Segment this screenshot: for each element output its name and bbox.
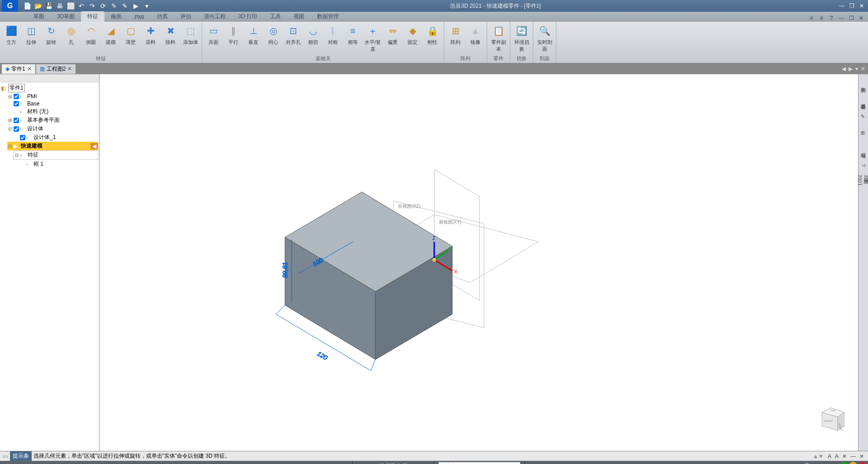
doctab-list-icon[interactable]: ▾ bbox=[854, 66, 859, 72]
view-cube[interactable]: TOP FRONT RIGHT bbox=[813, 406, 844, 437]
ribbon-btn-相等[interactable]: ≡相等 bbox=[343, 24, 362, 54]
maximize-button[interactable]: ❐ bbox=[847, 2, 856, 10]
ribbon-btn-实时剖面[interactable]: 🔍实时剖面 bbox=[535, 24, 554, 54]
status-icon-1[interactable]: ⊞ bbox=[795, 462, 803, 464]
ribbon-btn-除料[interactable]: ✖除料 bbox=[161, 24, 180, 54]
ribbon-btn-零件副本[interactable]: 📋零件副本 bbox=[489, 24, 508, 54]
tree-node-1[interactable]: ▫Base bbox=[7, 100, 98, 107]
status-ball-red[interactable] bbox=[858, 462, 866, 464]
tree-node-6[interactable]: ⊟▶快速建模◀ bbox=[7, 142, 98, 150]
tree-expander-icon[interactable]: ⊟ bbox=[14, 153, 19, 158]
mdi-max-icon[interactable]: ❐ bbox=[847, 14, 855, 22]
tab-data[interactable]: 数据管理 bbox=[311, 11, 345, 22]
ribbon-btn-孔[interactable]: ◎孔 bbox=[62, 24, 81, 54]
ribbon-opt1-icon[interactable]: ≡ bbox=[807, 14, 816, 22]
tree-node-8[interactable]: ▫框 1 bbox=[20, 160, 98, 168]
tree-node-4[interactable]: ⊟▫设计体 bbox=[7, 124, 98, 133]
status-icon-0[interactable]: ↪ bbox=[786, 462, 794, 464]
tree-node-0[interactable]: ⊞▫PMI bbox=[7, 93, 98, 100]
qat-redo-icon[interactable]: ↷ bbox=[88, 1, 97, 10]
minimize-button[interactable]: — bbox=[837, 2, 846, 10]
help-icon[interactable]: ? bbox=[827, 14, 835, 22]
tab-tools[interactable]: 工具 bbox=[264, 11, 287, 22]
app-logo[interactable]: G bbox=[2, 0, 18, 12]
close-button[interactable]: ✕ bbox=[857, 2, 866, 10]
doctab-close-icon[interactable]: ✕ bbox=[67, 66, 72, 72]
tab-3dsketch[interactable]: 3D草图 bbox=[51, 11, 81, 22]
ribbon-btn-相切[interactable]: ◡相切 bbox=[304, 24, 323, 54]
3d-viewport[interactable]: 前视图(XZ) 俯视图(XY) 右视图(YZ) 120 100 bbox=[100, 74, 858, 451]
prompt-scroll-icon[interactable]: ▲▼ bbox=[810, 453, 826, 459]
ribbon-opt2-icon[interactable]: ≡ bbox=[817, 14, 825, 22]
ribbon-btn-垂直[interactable]: ⊥垂直 bbox=[244, 24, 263, 54]
prompt-a-icon[interactable]: A bbox=[826, 453, 833, 459]
ribbon-btn-拉伸[interactable]: ◫拉伸 bbox=[22, 24, 41, 54]
qat-print-icon[interactable]: 🖶 bbox=[55, 1, 64, 10]
status-icon-3[interactable]: ⊡ bbox=[813, 462, 821, 464]
qat-new-icon[interactable]: 📄 bbox=[23, 1, 32, 10]
qat-sketch1-icon[interactable]: ✎ bbox=[109, 1, 119, 10]
tree-checkbox[interactable] bbox=[20, 135, 25, 140]
tab-evaluate[interactable]: 评估 bbox=[174, 11, 198, 22]
sidetool-help-icon[interactable]: ? bbox=[859, 158, 868, 172]
qat-sketch2-icon[interactable]: ✎ bbox=[120, 1, 129, 10]
tab-surface[interactable]: 曲面 bbox=[104, 11, 128, 22]
ribbon-btn-平行[interactable]: ∥平行 bbox=[224, 24, 243, 54]
ribbon-btn-旋转[interactable]: ↻旋转 bbox=[42, 24, 61, 54]
tree-expander-icon[interactable]: ⊟ bbox=[7, 126, 13, 131]
ribbon-btn-倒圆[interactable]: ◠倒圆 bbox=[81, 24, 100, 54]
tree-checkbox[interactable] bbox=[14, 101, 19, 106]
ribbon-btn-水平/竖直[interactable]: ＋水平/竖直 bbox=[363, 24, 382, 54]
tab-simulation[interactable]: 仿真 bbox=[151, 11, 174, 22]
qat-open-icon[interactable]: 📂 bbox=[33, 1, 43, 10]
ribbon-btn-刚性[interactable]: 🔒刚性 bbox=[423, 24, 442, 54]
status-ball-yellow[interactable] bbox=[849, 462, 857, 464]
status-icon-5[interactable]: ▦ bbox=[831, 462, 839, 464]
qat-more-icon[interactable]: ▾ bbox=[142, 1, 151, 10]
mdi-min-icon[interactable]: — bbox=[837, 14, 845, 22]
tree-expander-icon[interactable]: ⊟ bbox=[7, 144, 13, 148]
ribbon-btn-对齐孔[interactable]: ⊡对齐孔 bbox=[284, 24, 303, 54]
prompt-close-icon[interactable]: ✕ bbox=[858, 453, 865, 459]
doctab-close-icon[interactable]: ✕ bbox=[27, 66, 32, 72]
tab-view[interactable]: 视图 bbox=[287, 11, 311, 22]
sidetool-legend[interactable]: 图例 bbox=[859, 77, 868, 91]
ribbon-btn-对称[interactable]: ⧙对称 bbox=[323, 24, 342, 54]
qat-refresh-icon[interactable]: ⟳ bbox=[99, 1, 108, 10]
sidetool-grid-icon[interactable]: ⊞ bbox=[859, 126, 868, 139]
tree-expander-icon[interactable]: ⊞ bbox=[7, 94, 13, 99]
tree-node-5[interactable]: ▫设计体_1 bbox=[14, 133, 98, 142]
qat-save-icon[interactable]: 💾 bbox=[44, 1, 53, 10]
command-search-input[interactable] bbox=[439, 462, 520, 464]
doctab-close-all-icon[interactable]: ✕ bbox=[860, 66, 866, 72]
mdi-close-icon[interactable]: ✕ bbox=[857, 14, 865, 22]
ribbon-btn-添加体[interactable]: ⬚添加体 bbox=[181, 24, 200, 54]
doctab-next-icon[interactable]: ▶ bbox=[848, 66, 854, 72]
ribbon-btn-阵列[interactable]: ⊞阵列 bbox=[446, 24, 465, 54]
tree-node-2[interactable]: ▫材料 (无) bbox=[14, 107, 98, 116]
doctab-prev-icon[interactable]: ◀ bbox=[841, 66, 847, 72]
ribbon-btn-共面[interactable]: ▭共面 bbox=[204, 24, 223, 54]
ribbon-btn-添料[interactable]: ✚添料 bbox=[141, 24, 160, 54]
prompt-a2-icon[interactable]: A bbox=[834, 453, 840, 459]
sidetool-edit-icon[interactable]: ✎ bbox=[859, 110, 868, 123]
tab-pmi[interactable]: PMI bbox=[128, 13, 150, 22]
ribbon-btn-环境切换[interactable]: 🔄环境切换 bbox=[512, 24, 531, 54]
ribbon-btn-薄壁[interactable]: ▢薄壁 bbox=[121, 24, 140, 54]
ribbon-btn-拔模[interactable]: ◢拔模 bbox=[101, 24, 120, 54]
tab-feature[interactable]: 特征 bbox=[81, 11, 104, 22]
status-icon-4[interactable]: ⊟ bbox=[822, 462, 830, 464]
qat-undo-icon[interactable]: ↶ bbox=[77, 1, 86, 10]
ribbon-btn-立方[interactable]: 🟦立方 bbox=[2, 24, 21, 54]
status-icon-2[interactable]: 🔍 bbox=[804, 462, 812, 464]
prompt-x-icon[interactable]: ✕ bbox=[841, 453, 848, 459]
tree-root[interactable]: ◧ 零件1 bbox=[1, 83, 98, 93]
status-ball-green[interactable] bbox=[840, 462, 848, 464]
tab-reverse[interactable]: 逆向工程 bbox=[198, 11, 232, 22]
sidetool-domain[interactable]: 领域 bbox=[859, 142, 868, 156]
ribbon-btn-固定[interactable]: ◆固定 bbox=[403, 24, 422, 54]
doctab-drawing2[interactable]: ▦ 工程图2 ✕ bbox=[36, 64, 76, 74]
tab-sketch[interactable]: 草图 bbox=[27, 11, 51, 22]
qat-window-icon[interactable]: ⬜ bbox=[66, 1, 75, 10]
tab-3dprint[interactable]: 3D 打印 bbox=[232, 11, 264, 22]
